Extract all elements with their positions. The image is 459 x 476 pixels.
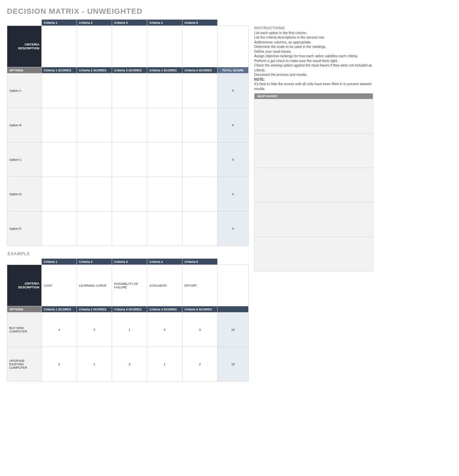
total-cell: 0 <box>218 211 249 246</box>
instruction-line: List each option in the first column. <box>254 31 373 36</box>
score-header: Criteria 5 SCORES <box>182 67 218 73</box>
option-label[interactable]: Option E <box>7 211 42 246</box>
table-row: Option D 0 <box>7 177 249 211</box>
criteria-header: Criteria 4 <box>147 20 182 26</box>
criteria-description-cell[interactable] <box>147 26 182 67</box>
options-header: OPTIONS <box>7 67 42 73</box>
score-cell[interactable] <box>77 177 112 211</box>
instruction-line: List the criteria descriptions in the se… <box>254 35 373 40</box>
score-header: Criteria 1 SCORES <box>42 306 77 313</box>
criteria-header: Criteria 2 <box>77 20 112 26</box>
score-cell[interactable] <box>42 108 77 142</box>
score-cell[interactable] <box>147 73 182 108</box>
score-cell[interactable] <box>182 211 218 246</box>
score-cell[interactable] <box>77 108 112 142</box>
score-cell[interactable] <box>112 177 147 211</box>
score-cell: 5 <box>147 313 182 347</box>
decision-matrix-example: Criteria 1 Criteria 2 Criteria 3 Criteri… <box>7 258 249 381</box>
score-cell[interactable] <box>112 108 147 142</box>
score-cell[interactable] <box>77 73 112 108</box>
score-cell[interactable] <box>182 73 218 108</box>
score-cell[interactable] <box>112 73 147 108</box>
total-score-header <box>218 306 249 313</box>
musthave-row[interactable] <box>255 99 373 133</box>
score-cell: 1 <box>112 313 147 347</box>
option-label[interactable]: Option D <box>7 177 42 211</box>
score-cell[interactable] <box>42 177 77 211</box>
score-cell: 1 <box>147 347 182 381</box>
score-cell: 1 <box>77 347 112 381</box>
score-cell[interactable] <box>42 142 77 177</box>
criteria-header: Criteria 5 <box>182 20 218 26</box>
table-row: Option B 0 <box>7 108 249 142</box>
total-cell: 0 <box>218 73 249 108</box>
score-cell[interactable] <box>147 142 182 177</box>
score-header: Criteria 2 SCORES <box>77 67 112 73</box>
table-row: Option C 0 <box>7 142 249 177</box>
musthave-row[interactable] <box>255 202 373 237</box>
score-header: Criteria 4 SCORES <box>147 67 182 73</box>
criteria-header: Criteria 4 <box>147 259 182 265</box>
criteria-description-cell[interactable] <box>77 26 112 67</box>
blank-cell <box>218 26 249 67</box>
corner-blank <box>218 20 249 26</box>
score-cell[interactable] <box>182 108 218 142</box>
example-heading: EXAMPLE <box>8 251 249 256</box>
corner-blank <box>7 20 42 26</box>
criteria-description-label: CRITERIA DESCRIPTION <box>7 265 42 306</box>
option-label[interactable]: Option B <box>7 108 42 142</box>
musthave-row[interactable] <box>255 133 373 168</box>
score-cell[interactable] <box>77 211 112 246</box>
instruction-line: Check the winning option against the mus… <box>254 63 373 72</box>
option-label[interactable]: Option C <box>7 142 42 177</box>
criteria-header: Criteria 1 <box>42 259 77 265</box>
score-header: Criteria 5 SCORES <box>182 306 218 313</box>
score-cell[interactable] <box>147 108 182 142</box>
score-cell[interactable] <box>147 177 182 211</box>
criteria-description-cell: LEARNING CURVE <box>77 265 112 306</box>
table-row: Option A 0 <box>7 73 249 108</box>
score-cell[interactable] <box>112 142 147 177</box>
musthaves-header: MUST-HAVES <box>254 93 373 99</box>
score-cell[interactable] <box>182 142 218 177</box>
page-title: DECISION MATRIX - UNWEIGHTED <box>7 7 452 16</box>
criteria-description-cell[interactable] <box>42 26 77 67</box>
score-cell: 2 <box>182 347 218 381</box>
criteria-header: Criteria 2 <box>77 259 112 265</box>
criteria-description-cell[interactable] <box>182 26 218 67</box>
criteria-header: Criteria 3 <box>112 259 147 265</box>
total-score-header: TOTAL SCORE <box>218 67 249 73</box>
musthave-row[interactable] <box>255 237 373 271</box>
instruction-line: Define your must-haves. <box>254 49 373 54</box>
criteria-header: Criteria 3 <box>112 20 147 26</box>
score-cell: 4 <box>42 313 77 347</box>
score-cell[interactable] <box>112 211 147 246</box>
instruction-line: Determine the scale to be used in the ra… <box>254 44 373 49</box>
score-cell[interactable] <box>147 211 182 246</box>
corner-blank <box>7 259 42 265</box>
criteria-description-cell[interactable] <box>112 26 147 67</box>
score-cell[interactable] <box>182 177 218 211</box>
total-cell: 10 <box>218 347 249 381</box>
score-cell[interactable] <box>42 211 77 246</box>
option-label: UPGRADE EXISTING COMPUTER <box>7 347 42 381</box>
score-cell: 2 <box>42 347 77 381</box>
table-row: Option E 0 <box>7 211 249 246</box>
musthave-row[interactable] <box>255 168 373 202</box>
criteria-description-cell: EFFORT <box>182 265 218 306</box>
score-header: Criteria 2 SCORES <box>77 306 112 313</box>
score-cell[interactable] <box>77 142 112 177</box>
score-cell[interactable] <box>42 73 77 108</box>
options-header: OPTIONS <box>7 306 42 313</box>
instruction-line: Assign objective rankings for how each o… <box>254 54 373 59</box>
decision-matrix-main: Criteria 1 Criteria 2 Criteria 3 Criteri… <box>7 19 249 246</box>
blank-cell <box>218 265 249 306</box>
criteria-header: Criteria 1 <box>42 20 77 26</box>
table-row: UPGRADE EXISTING COMPUTER 2 1 4 1 2 10 <box>7 347 249 381</box>
criteria-description-label: CRITERIA DESCRIPTION <box>7 26 42 67</box>
score-header: Criteria 4 SCORES <box>147 306 182 313</box>
score-header: Criteria 3 SCORES <box>112 67 147 73</box>
instructions-heading: INSTRUCTIONS <box>254 26 373 31</box>
criteria-header: Criteria 5 <box>182 259 218 265</box>
option-label[interactable]: Option A <box>7 73 42 108</box>
